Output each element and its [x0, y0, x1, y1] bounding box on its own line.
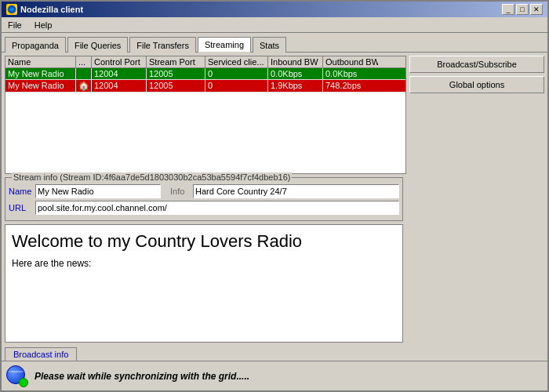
title-bar: Nodezilla client _ □ ✕	[2, 2, 547, 17]
col-header-ctrl: Control Port	[92, 56, 147, 67]
row1-stream: 12005	[147, 68, 205, 79]
table-row[interactable]: My New Radio 12004 12005 0 0.0Kbps 0.0Kb…	[5, 68, 405, 80]
row2-inbound: 1.9Kbps	[268, 80, 323, 92]
row1-name: My New Radio	[5, 68, 76, 79]
col-header-name: Name	[5, 56, 76, 67]
url-row: URL	[9, 201, 399, 215]
col-header-stream: Stream Port	[147, 56, 205, 67]
main-content: Name ... Control Port Stream Port Servic…	[2, 52, 547, 361]
broadcast-info-tab[interactable]: Broadcast info	[5, 347, 77, 361]
url-label: URL	[9, 203, 32, 212]
lower-section: Name ... Control Port Stream Port Servic…	[2, 53, 406, 361]
close-button[interactable]: ✕	[530, 4, 543, 15]
bottom-tab-area: Broadcast info	[2, 347, 406, 361]
col-header-serviced: Serviced clie...	[205, 56, 268, 67]
row1-serviced: 0	[205, 68, 268, 79]
minimize-button[interactable]: _	[502, 4, 514, 15]
col-header-outbound: Outbound BW	[323, 56, 378, 67]
status-icon	[6, 365, 28, 387]
stream-info-legend: Stream info (Stream ID:4f6aa7de5d1803030…	[12, 172, 292, 182]
row2-name: My New Radio	[5, 80, 76, 92]
name-row: Name Info	[9, 184, 399, 198]
info-input[interactable]	[193, 184, 399, 198]
row2-outbound: 748.2bps	[323, 80, 378, 92]
window-title: Nodezilla client	[20, 5, 83, 14]
tab-stats[interactable]: Stats	[253, 37, 286, 53]
title-bar-left: Nodezilla client	[6, 4, 83, 15]
text-area-box: Welcome to my Country Lovers Radio Here …	[5, 224, 403, 343]
tab-file-queries[interactable]: File Queries	[67, 37, 128, 53]
text-content: Welcome to my Country Lovers Radio Here …	[5, 225, 402, 275]
row1-dots	[76, 68, 92, 79]
row1-outbound: 0.0Kbps	[323, 68, 378, 79]
app-icon	[6, 4, 17, 15]
streams-table: Name ... Control Port Stream Port Servic…	[5, 56, 406, 174]
tab-bar: Propaganda File Queries File Transfers S…	[2, 33, 547, 52]
url-input[interactable]	[35, 201, 399, 215]
global-options-button[interactable]: Global options	[409, 76, 544, 93]
table-header: Name ... Control Port Stream Port Servic…	[5, 56, 405, 68]
row2-ctrl: 12004	[92, 80, 147, 92]
row2-stream: 12005	[147, 80, 205, 92]
status-bar: Please wait while synchronizing with the…	[2, 361, 547, 390]
name-input[interactable]	[35, 184, 161, 198]
window-controls: _ □ ✕	[502, 4, 543, 15]
tab-propaganda[interactable]: Propaganda	[5, 37, 66, 53]
info-label: Info	[170, 187, 190, 196]
stream-info-section: Stream info (Stream ID:4f6aa7de5d1803030…	[5, 177, 403, 221]
main-window: Nodezilla client _ □ ✕ File Help Propaga…	[0, 0, 549, 392]
status-text: Please wait while synchronizing with the…	[35, 371, 249, 382]
stream-info-group: Stream info (Stream ID:4f6aa7de5d1803030…	[5, 177, 403, 221]
row1-ctrl: 12004	[92, 68, 147, 79]
menu-help[interactable]: Help	[31, 20, 56, 31]
content-area: Name ... Control Port Stream Port Servic…	[2, 53, 547, 361]
sync-indicator	[19, 378, 28, 387]
name-label: Name	[9, 187, 32, 196]
row1-inbound: 0.0Kbps	[268, 68, 323, 79]
col-header-dots: ...	[76, 56, 92, 67]
table-row[interactable]: My New Radio 🏠 12004 12005 0 1.9Kbps 748…	[5, 80, 405, 93]
right-panel: Broadcast/Subscribe Global options	[406, 53, 547, 361]
text-body: Here are the news:	[12, 258, 396, 269]
row2-dots: 🏠	[76, 80, 92, 92]
row2-serviced: 0	[205, 80, 268, 92]
menu-file[interactable]: File	[5, 20, 25, 31]
tab-streaming[interactable]: Streaming	[198, 37, 251, 53]
maximize-button[interactable]: □	[516, 4, 529, 15]
text-heading: Welcome to my Country Lovers Radio	[12, 231, 396, 252]
col-header-inbound: Inbound BW	[268, 56, 323, 67]
tab-file-transfers[interactable]: File Transfers	[129, 37, 196, 53]
broadcast-subscribe-button[interactable]: Broadcast/Subscribe	[409, 56, 544, 73]
menu-bar: File Help	[2, 17, 547, 33]
